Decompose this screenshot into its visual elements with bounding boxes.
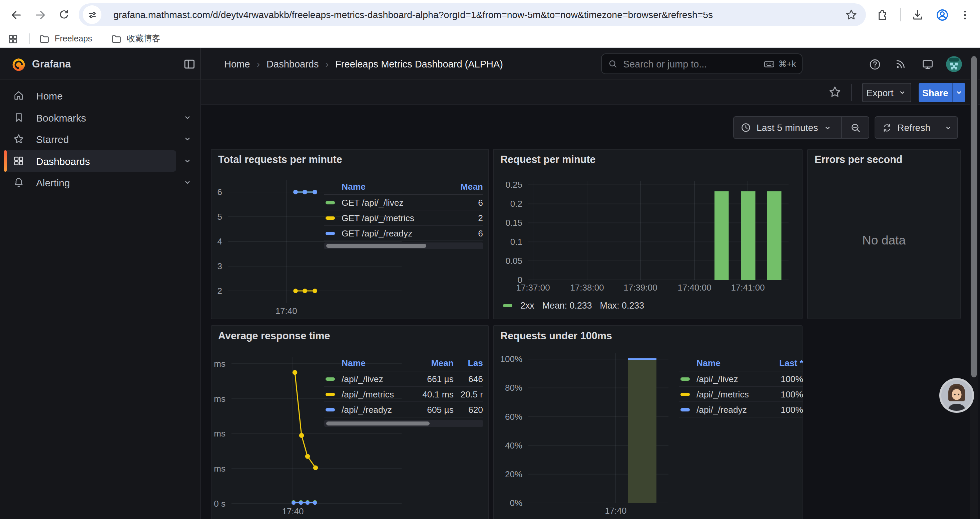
- panel-request-per-minute[interactable]: Request per minute 0.250.20.150.10.05017…: [493, 149, 803, 319]
- chevron-down-icon[interactable]: [179, 107, 196, 128]
- panel-title[interactable]: Average response time: [218, 330, 330, 342]
- chevron-down-icon[interactable]: [179, 129, 196, 149]
- legend-row[interactable]: /api/_/metrics 100%: [679, 387, 803, 402]
- display-icon[interactable]: [918, 55, 937, 73]
- legend-inline[interactable]: 2xx Mean: 0.233 Max: 0.233: [503, 300, 644, 311]
- sidebar-item-dashboards[interactable]: Dashboards: [4, 150, 176, 172]
- legend-row[interactable]: GET /api/_/livez 6: [324, 195, 483, 211]
- svg-text:0.1: 0.1: [510, 237, 522, 247]
- panel-title[interactable]: Request per minute: [500, 153, 596, 166]
- panel-errors-per-second[interactable]: Errors per second No data: [807, 149, 961, 319]
- svg-text:17:38:00: 17:38:00: [570, 283, 604, 292]
- breadcrumb-dashboards[interactable]: Dashboards: [267, 58, 318, 69]
- panel-total-requests[interactable]: Total requests per minute 6543217:40 Nam…: [211, 149, 489, 319]
- legend-row[interactable]: /api/_/readyz 605 µs 620: [324, 402, 483, 417]
- search-input[interactable]: Search or jump to... ⌘+k: [601, 53, 803, 74]
- svg-text:80%: 80%: [505, 383, 522, 393]
- sidebar-item-alerting[interactable]: Alerting: [4, 172, 176, 192]
- series-chip: [326, 377, 335, 380]
- svg-text:20 ms: 20 ms: [212, 463, 226, 474]
- bookmarks-divider: [29, 34, 30, 44]
- downloads-icon[interactable]: [908, 5, 927, 24]
- chevron-down-icon[interactable]: [179, 151, 196, 171]
- svg-text:0.05: 0.05: [505, 256, 522, 266]
- breadcrumb-current[interactable]: Freeleaps Metrics Dashboard (ALPHA): [335, 58, 503, 69]
- breadcrumb-separator: ›: [256, 58, 260, 69]
- svg-text:6: 6: [218, 187, 222, 197]
- bookmark-label: Freeleaps: [55, 34, 92, 43]
- brand-title[interactable]: Grafana: [32, 48, 71, 80]
- svg-text:0.15: 0.15: [505, 218, 522, 228]
- page-scrollbar[interactable]: [970, 48, 978, 519]
- home-icon: [13, 89, 25, 102]
- grafana-logo-icon[interactable]: [11, 56, 27, 72]
- no-data-message: No data: [808, 233, 960, 248]
- profile-icon[interactable]: [932, 5, 951, 24]
- star-icon: [13, 133, 25, 145]
- svg-text:60%: 60%: [505, 412, 522, 422]
- refresh-button[interactable]: Refresh: [875, 117, 937, 138]
- legend-scrollbar[interactable]: [324, 243, 483, 249]
- sidebar-item-starred[interactable]: Starred: [4, 129, 176, 149]
- keyboard-icon: [763, 58, 775, 70]
- legend-row[interactable]: GET /api/_/metrics 2: [324, 211, 483, 226]
- dock-menu-icon[interactable]: [183, 57, 196, 71]
- browser-menu-icon[interactable]: [955, 5, 974, 24]
- news-rss-icon[interactable]: [891, 55, 910, 73]
- panel-under-100ms[interactable]: Requests under 100ms 100%80%60%40%20%0%1…: [493, 325, 803, 519]
- bookmark-folder-freeleaps[interactable]: Freeleaps: [39, 29, 92, 48]
- bookmark-folder-blogs[interactable]: 收藏博客: [111, 29, 161, 48]
- sidebar-item-home[interactable]: Home: [4, 86, 176, 105]
- chevron-down-icon: [824, 123, 832, 132]
- screen: grafana.mathmast.com/d/deytv4rwavabkb/fr…: [0, 0, 980, 519]
- url-text[interactable]: grafana.mathmast.com/d/deytv4rwavabkb/fr…: [113, 3, 713, 26]
- bookmark-star-icon[interactable]: [845, 8, 858, 21]
- forward-icon[interactable]: [31, 5, 49, 24]
- panel-title[interactable]: Requests under 100ms: [500, 330, 612, 342]
- panel-title[interactable]: Total requests per minute: [218, 153, 342, 166]
- svg-text:2: 2: [218, 286, 222, 296]
- series-chip: [681, 377, 690, 380]
- refresh-interval-button[interactable]: [937, 117, 959, 138]
- extensions-icon[interactable]: [873, 5, 891, 24]
- svg-text:17:40: 17:40: [275, 306, 297, 316]
- series-chip: [326, 216, 335, 219]
- svg-text:17:39:00: 17:39:00: [624, 283, 657, 292]
- refresh-label: Refresh: [897, 122, 930, 133]
- legend-row[interactable]: /api/_/metrics 40.1 ms 20.5 r: [324, 387, 483, 402]
- grafana-header: Grafana Home › Dashboards › Freeleaps Me…: [0, 48, 980, 80]
- grafana-app: Grafana Home › Dashboards › Freeleaps Me…: [0, 48, 980, 519]
- help-icon[interactable]: [865, 55, 884, 73]
- apps-grid-icon[interactable]: [5, 31, 20, 46]
- svg-text:0.25: 0.25: [505, 180, 522, 190]
- assistant-avatar[interactable]: [939, 378, 974, 413]
- legend-row[interactable]: GET /api/_/readyz 6: [324, 226, 483, 241]
- breadcrumb-home[interactable]: Home: [224, 58, 250, 69]
- site-settings-icon[interactable]: [83, 5, 102, 24]
- reload-icon[interactable]: [55, 5, 73, 24]
- panel-title[interactable]: Errors per second: [815, 153, 903, 166]
- legend-scrollbar[interactable]: [324, 420, 483, 427]
- svg-text:0 s: 0 s: [214, 498, 226, 509]
- search-shortcut: ⌘+k: [763, 58, 796, 70]
- legend-row[interactable]: /api/_/readyz 100%: [679, 402, 803, 417]
- time-range-picker[interactable]: Last 5 minutes: [734, 117, 841, 138]
- chevron-down-icon[interactable]: [179, 172, 196, 192]
- back-icon[interactable]: [7, 5, 25, 24]
- folder-icon: [39, 33, 50, 45]
- scrollbar-thumb[interactable]: [971, 56, 977, 377]
- active-indicator: [4, 150, 7, 172]
- search-placeholder: Search or jump to...: [623, 58, 758, 69]
- sidebar-item-label: Dashboards: [36, 155, 90, 167]
- toolbar-divider: [900, 8, 900, 21]
- dashboards-icon: [13, 155, 25, 167]
- series-chip: [326, 408, 335, 411]
- user-avatar[interactable]: [945, 55, 963, 73]
- legend-row[interactable]: /api/_/livez 661 µs 646: [324, 371, 483, 387]
- panel-avg-response-time[interactable]: Average response time 80 ms60 ms40 ms20 …: [211, 325, 489, 519]
- legend-row[interactable]: /api/_/livez 100%: [679, 371, 803, 387]
- address-bar[interactable]: grafana.mathmast.com/d/deytv4rwavabkb/fr…: [79, 3, 866, 26]
- sidebar-item-bookmarks[interactable]: Bookmarks: [4, 107, 176, 128]
- zoom-out-button[interactable]: [842, 117, 869, 138]
- bookmark-label: 收藏博客: [127, 33, 161, 45]
